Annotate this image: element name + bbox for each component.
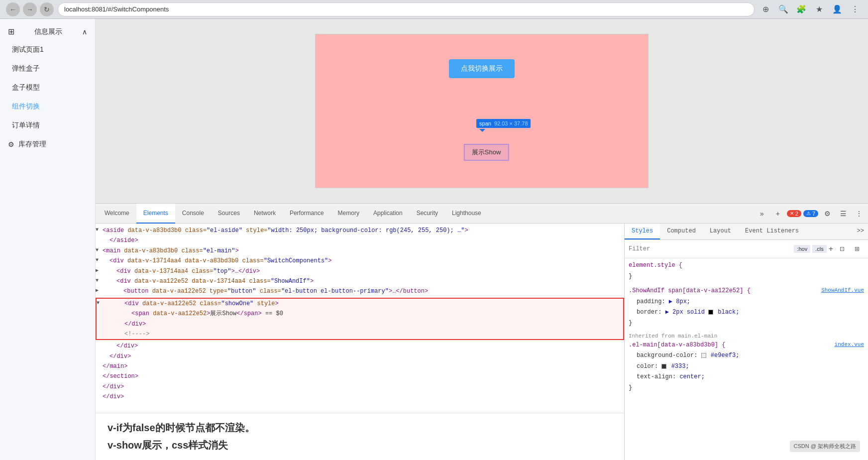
tab-console-label: Console [182, 210, 204, 217]
style-close-elmain: } [629, 383, 864, 394]
warning-icon: ⚠ [806, 211, 811, 216]
settings-button[interactable]: ⚙ [820, 207, 834, 221]
sidebar-title: 信息展示 [34, 27, 62, 36]
sidebar-item-inventory-label: 库存管理 [18, 140, 46, 149]
tab-elements[interactable]: Elements [136, 204, 175, 224]
csdn-watermark: CSDN @ 架构师全栈之路 [790, 441, 860, 452]
tab-performance-label: Performance [290, 210, 324, 217]
switch-button[interactable]: 点我切换展示 [449, 59, 515, 78]
zoom-button[interactable]: ⊕ [759, 2, 772, 16]
annotation-text-1: v-if为false的时候节点都不渲染。 [108, 421, 612, 435]
search-button[interactable]: 🔍 [776, 2, 790, 16]
triangle-icon[interactable] [96, 286, 103, 295]
triangle-icon[interactable] [97, 299, 104, 307]
dom-line: <div data-v-13714aa4 class="top">…</div> [96, 266, 624, 276]
devtools: Welcome Elements Console Sources Network… [96, 203, 868, 460]
style-prop-border: border: ▶ 2px solid black; [629, 307, 864, 318]
profile-button[interactable]: 👤 [830, 2, 844, 16]
browser-actions: ⊕ 🔍 🧩 ★ 👤 ⋮ [759, 2, 862, 16]
dom-line: </div> [96, 382, 624, 392]
hov-button[interactable]: :hov [794, 245, 810, 253]
styles-tab-label: Styles [632, 228, 653, 234]
refresh-button[interactable]: ↻ [40, 2, 54, 16]
style-prop-bg: background-color: #e9eef3; [629, 350, 864, 361]
tab-event-listeners[interactable]: Event Listeners [738, 224, 806, 239]
triangle-icon[interactable] [96, 276, 103, 285]
styles-tab-more-button[interactable]: >> [853, 224, 868, 239]
style-prop-padding: padding: ▶ 8px; [629, 297, 864, 308]
tab-welcome[interactable]: Welcome [98, 204, 136, 224]
dom-line: </main> [96, 361, 624, 371]
triangle-icon[interactable] [96, 266, 103, 275]
forward-button[interactable]: → [23, 2, 37, 16]
csdn-text: CSDN @ 架构师全栈之路 [794, 443, 856, 449]
menu-button[interactable]: ⋮ [848, 2, 862, 16]
sidebar-icon: ⊞ [8, 27, 14, 36]
tab-performance[interactable]: Performance [283, 204, 331, 224]
span-tag-label: span 92.03 × 37.78 [476, 119, 531, 128]
tab-application[interactable]: Application [366, 204, 410, 224]
annotation-text-2: v-show展示，css样式消失 [108, 439, 612, 452]
tab-sources[interactable]: Sources [211, 204, 247, 224]
tab-security[interactable]: Security [410, 204, 445, 224]
sidebar-item-order-label: 订单详情 [12, 121, 40, 129]
style-source-elmain[interactable]: index.vue [835, 340, 864, 351]
style-selector-showandif: .ShowAndIf span[data-v-aa122e52] { ShowA… [629, 286, 864, 297]
tab-security-label: Security [417, 210, 438, 217]
tab-layout[interactable]: Layout [703, 224, 738, 239]
style-icon-btn-1[interactable]: ⊡ [835, 242, 849, 256]
style-icon-btn-2[interactable]: ⊞ [850, 242, 864, 256]
preview-frame: 点我切换展示 span 92.03 × 37.78 展示Show [315, 34, 649, 188]
style-prop-text-align: text-align: center; [629, 372, 864, 383]
dom-line: <main data-v-a83bd3b0 class="el-main"> [96, 246, 624, 256]
device-button[interactable]: ☰ [836, 207, 850, 221]
style-rule-showandif: .ShowAndIf span[data-v-aa122e52] { ShowA… [629, 286, 864, 329]
tab-console[interactable]: Console [175, 204, 211, 224]
triangle-icon[interactable] [96, 226, 103, 234]
dom-line: </div> [96, 351, 624, 361]
tab-lighthouse[interactable]: Lighthouse [445, 204, 488, 224]
triangle-icon[interactable] [96, 246, 103, 254]
bg-color-swatch[interactable] [701, 353, 706, 358]
sidebar-item-switch[interactable]: 组件切换 [0, 97, 95, 116]
sidebar-item-box[interactable]: 盒子模型 [0, 78, 95, 97]
border-color-swatch[interactable] [708, 310, 713, 315]
sidebar-collapse-icon[interactable]: ∧ [82, 28, 87, 36]
url-bar[interactable]: localhost:8081/#/SwitchComponents [58, 2, 755, 16]
style-selector-elmain: .el-main[data-v-a83bd3b0] { index.vue [629, 340, 864, 351]
extension-button[interactable]: 🧩 [794, 2, 808, 16]
tab-elements-label: Elements [143, 210, 168, 217]
tooltip-arrow [479, 129, 485, 132]
show-label: 展示Show [472, 148, 501, 156]
style-source-showandif[interactable]: ShowAndIf.vue [821, 286, 864, 297]
cls-button[interactable]: .cls [812, 245, 827, 253]
more-tabs-button[interactable]: » [755, 207, 769, 221]
tab-welcome-label: Welcome [105, 210, 129, 217]
dom-line: <button data-v-aa122e52 type="button" cl… [96, 286, 624, 296]
dom-and-annotation: <aside data-v-a83bd3b0 class="el-aside" … [96, 224, 624, 460]
add-tab-button[interactable]: + [771, 207, 785, 221]
sidebar-item-test[interactable]: 测试页面1 [0, 40, 95, 59]
error-badge: ✕ 2 [787, 210, 801, 217]
overflow-button[interactable]: ⋮ [852, 207, 866, 221]
style-selector-element: element.style { [629, 260, 864, 271]
sidebar-item-flex[interactable]: 弹性盒子 [0, 59, 95, 78]
sidebar-item-inventory[interactable]: ⚙ 库存管理 [0, 135, 95, 154]
dom-line: <aside data-v-a83bd3b0 class="el-aside" … [96, 226, 624, 235]
tab-memory[interactable]: Memory [331, 204, 366, 224]
tab-sources-label: Sources [218, 210, 240, 217]
browser-controls: ← → ↻ [6, 2, 54, 16]
triangle-icon[interactable] [96, 256, 103, 264]
sidebar-item-order[interactable]: 订单详情 [0, 116, 95, 135]
tab-computed[interactable]: Computed [660, 224, 703, 239]
back-button[interactable]: ← [6, 2, 20, 16]
tab-network[interactable]: Network [247, 204, 283, 224]
styles-filter-input[interactable] [629, 245, 792, 252]
devtools-main: <aside data-v-a83bd3b0 class="el-aside" … [96, 224, 868, 460]
span-tag-text: span [479, 120, 491, 126]
annotation-1: v-if为false的时候节点都不渲染。 [108, 422, 255, 433]
tab-styles[interactable]: Styles [625, 224, 660, 239]
add-style-button[interactable]: + [829, 244, 833, 253]
bookmark-button[interactable]: ★ [812, 2, 826, 16]
color-swatch[interactable] [661, 364, 666, 369]
